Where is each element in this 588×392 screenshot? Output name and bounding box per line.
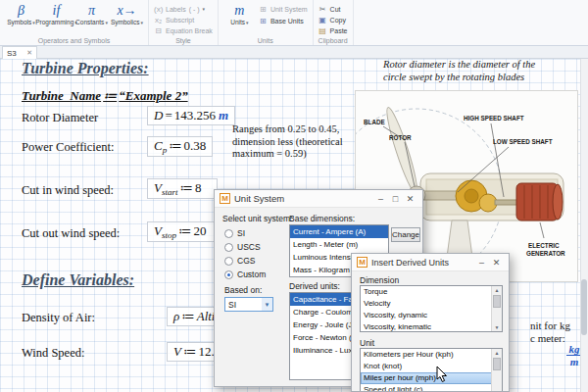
pi-icon: π [88, 2, 95, 19]
radio-uscs[interactable]: USCS [224, 240, 266, 254]
constants-button[interactable]: π Constants▾ [75, 2, 108, 35]
chevron-down-icon: ▾ [105, 20, 108, 25]
group-label-clipboard: Clipboard [314, 37, 353, 44]
group-label-operators: Operators and Symbols [0, 37, 148, 44]
math-region-rotor-diameter[interactable]: D=143.256m [147, 106, 235, 125]
labels-button[interactable]: (x) Labels ( - ) ▾ [154, 4, 213, 14]
tab-close-icon[interactable]: ✕ [26, 49, 32, 57]
worksheet-tab[interactable]: S3 ✕ [2, 46, 37, 59]
radio-icon [224, 257, 233, 266]
radio-si[interactable]: SI [224, 226, 266, 240]
math-region-power-coefficient[interactable]: Cp≔0.38 [147, 136, 213, 157]
radio-selected-icon [224, 270, 233, 279]
minimize-icon[interactable]: – [474, 258, 489, 268]
caption-rotor-diameter: Rotor diameter is the diameter of the ci… [383, 58, 535, 83]
figure-label-low-speed-shaft: LOW SPEED SHAFT [493, 138, 553, 145]
worksheet-tab-strip: S3 ✕ [0, 46, 588, 59]
base-units-icon: ⊞ [259, 17, 268, 25]
scissors-icon: ✂ [318, 5, 327, 14]
figure-label-rotor: ROTOR [389, 134, 412, 141]
radio-icon [224, 243, 233, 252]
symbols-button[interactable]: β Symbols▾ [5, 2, 37, 35]
dimension-list[interactable]: Torque Velocity Viscosity, dynamic Visco… [360, 285, 503, 332]
subscript-button[interactable]: x₂ Subscript [154, 15, 213, 24]
math-region-cut-in[interactable]: Vstart≔8 [147, 178, 218, 199]
list-item[interactable]: Viscosity, dynamic [361, 310, 502, 321]
base-dimensions-label: Base dimensions: [289, 214, 355, 223]
list-item[interactable]: Knot (knot) [361, 361, 502, 372]
group-label-style: Style [149, 37, 218, 44]
mathcad-icon: M [220, 193, 230, 204]
units-button[interactable]: m Units▾ [223, 2, 256, 35]
label-rotor-diameter: Rotor Diameter [22, 111, 98, 125]
ribbon-group-units: m Units▾ ⊞ Unit System ⊞ Base Units Unit… [219, 0, 314, 45]
list-item[interactable]: Velocity [361, 298, 502, 310]
list-item[interactable]: Current - Ampere (A) [290, 225, 388, 238]
unit-system-titlebar[interactable]: M Unit System – □ ✕ [215, 190, 422, 208]
label-wind-speed: Wind Speed: [22, 346, 84, 361]
clipped-text-region: nit for kg c meter: [530, 319, 570, 345]
equation-break-button[interactable]: ⊟ Equation Break [154, 25, 213, 35]
mathcad-icon: M [357, 257, 368, 268]
group-label-units: Units [219, 37, 313, 44]
list-scrollbar[interactable]: ▲ [491, 349, 502, 392]
list-item[interactable]: Kilometers per Hour (kph) [361, 349, 502, 361]
list-item[interactable]: Torque [361, 286, 502, 298]
close-icon[interactable]: ✕ [489, 258, 504, 268]
maximize-icon[interactable]: □ [388, 194, 403, 204]
insert-units-titlebar[interactable]: M Insert Derived Units – ✕ [352, 254, 509, 271]
radio-custom[interactable]: Custom [224, 268, 266, 281]
scroll-up-icon[interactable]: ▲ [492, 286, 502, 294]
symbolics-button[interactable]: x→ Symbolics▾ [111, 2, 143, 35]
scrollbar-thumb[interactable] [493, 358, 501, 370]
scroll-up-icon[interactable]: ▲ [492, 349, 502, 357]
ribbon-group-clipboard: ✂ Cut ▣ Copy ▤ Paste Clipboard [314, 0, 354, 45]
note-power-coefficient-range: Ranges from 0.25 to 0.45, dimension less… [232, 123, 343, 161]
beta-icon: β [18, 2, 24, 19]
radio-icon [224, 229, 233, 238]
copy-button[interactable]: ▣ Copy [318, 15, 348, 24]
if-icon: if [53, 2, 61, 19]
scroll-down-icon[interactable]: ▼ [492, 323, 502, 331]
list-item[interactable]: Viscosity, kinematic [361, 321, 502, 332]
list-item[interactable]: Length - Meter (m) [290, 238, 388, 251]
list-scrollbar[interactable]: ▲ ▼ [491, 286, 502, 331]
vertical-scrollbar[interactable] [580, 59, 588, 392]
list-item[interactable]: Speed of light (c) [361, 384, 502, 392]
based-on-label: Based on: [224, 285, 262, 295]
math-region-cut-out[interactable]: Vstop≔20 [147, 221, 222, 242]
heading-define-variables: Define Variables: [22, 271, 134, 289]
figure-label-blade: BLADE [364, 119, 385, 125]
symbolic-eval-icon: x→ [117, 2, 136, 19]
labels-icon: (x) [154, 5, 163, 14]
label-cut-out-wind-speed: Cut out wind speed: [22, 226, 120, 241]
copy-icon: ▣ [318, 16, 327, 24]
cut-button[interactable]: ✂ Cut [318, 4, 348, 14]
meter-unit-icon: m [234, 2, 244, 19]
close-icon[interactable]: ✕ [403, 194, 417, 204]
minimize-icon[interactable]: – [373, 194, 388, 204]
unit-list[interactable]: Kilometers per Hour (kph) Knot (knot) Mi… [360, 348, 503, 392]
programming-button[interactable]: if Programming▾ [40, 2, 73, 35]
label-power-coefficient: Power Coefficient: [22, 140, 115, 155]
math-region-turbine-name[interactable]: Turbine_Name≔“Example 2” [22, 88, 188, 104]
derived-units-label: Derived units: [289, 281, 340, 291]
ribbon: β Symbols▾ if Programming▾ π Constants▾ … [0, 0, 588, 46]
base-units-button[interactable]: ⊞ Base Units [259, 16, 308, 26]
subscript-icon: x₂ [154, 16, 163, 24]
paste-button[interactable]: ▤ Paste [318, 25, 348, 35]
list-item-selected[interactable]: Miles per hour (mph) [361, 372, 502, 384]
unit-system-icon: ⊞ [259, 5, 268, 14]
figure-label-generator-1: ELECTRIC [528, 242, 560, 249]
based-on-combobox[interactable]: SI ▼ [224, 297, 273, 312]
chevron-down-icon: ▾ [246, 20, 249, 25]
combo-arrow-icon[interactable]: ▼ [262, 298, 272, 311]
select-unit-system-label: Select unit system: [222, 214, 292, 223]
chevron-down-icon: ▾ [203, 6, 206, 12]
radio-cgs[interactable]: CGS [224, 254, 266, 268]
change-button[interactable]: Change [391, 227, 420, 242]
scrollbar-thumb[interactable] [493, 295, 501, 308]
unit-system-button[interactable]: ⊞ Unit System [259, 4, 308, 15]
scrollbar-thumb[interactable] [581, 279, 587, 335]
unit-system-radio-group: SI USCS CGS Custom [224, 226, 266, 281]
